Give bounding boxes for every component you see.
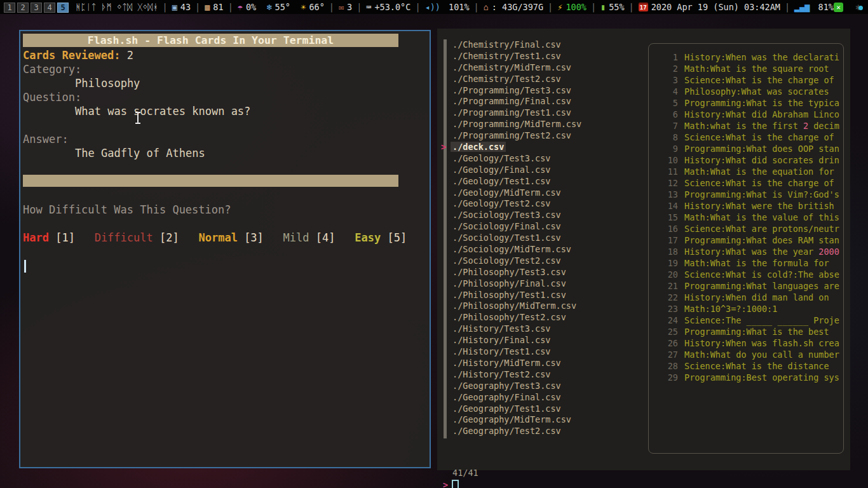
preview-line-number: 12 <box>649 177 678 189</box>
file-path: ./deck.csv <box>451 142 506 152</box>
file-item[interactable]: ./Philosophy/Test2.csv <box>437 312 647 323</box>
keyboard-layout-runes-text: ᚻᛈᛁᛏ ᚦᛗ ᛜᛏᛞ ᚷᛜᛞᚼ <box>76 2 158 12</box>
preview-line-text: History:When was flash.sh crea <box>684 338 839 348</box>
file-item[interactable]: ./Philosophy/Test1.csv <box>437 290 647 301</box>
workspace-3[interactable]: 3 <box>31 3 42 13</box>
preview-line: 19Math:What is the formula for <box>649 257 843 269</box>
file-path: ./Chemistry/Test1.csv <box>452 51 561 61</box>
home-icon: ⌂ <box>484 2 489 12</box>
file-item[interactable]: ./Programming/MidTerm.csv <box>437 119 647 130</box>
file-path: ./Programming/Test2.csv <box>452 130 571 140</box>
file-item[interactable]: ./Programming/Test2.csv <box>437 130 647 142</box>
cpu-temp: ⌨+53.0°C <box>366 2 410 12</box>
preview-line: 24Science:The _____ ______ Proje <box>649 315 843 326</box>
file-item[interactable]: ./Chemistry/Test1.csv <box>437 51 647 62</box>
preview-line: 11Math:What is the equation for <box>649 166 843 177</box>
preview-line: 6History:What did Abraham Linco <box>649 109 843 120</box>
file-item[interactable]: ./History/Test1.csv <box>437 346 647 358</box>
file-item[interactable]: ./History/Test3.csv <box>437 323 647 335</box>
separator: | <box>329 2 334 12</box>
preview-line-text: Math:What is the square root <box>684 64 829 74</box>
file-item[interactable]: ./Sociology/Final.csv <box>437 221 647 233</box>
file-item[interactable]: ./Geology/Test1.csv <box>437 176 647 187</box>
file-item[interactable]: ./Geology/Test3.csv <box>437 153 647 165</box>
workspace-4[interactable]: 4 <box>44 3 55 13</box>
speaker-icon: ◂)) <box>425 2 440 12</box>
mailbox-icon: ✉ <box>339 2 344 12</box>
difficulty-mild[interactable]: Mild <box>283 231 309 244</box>
topbar: 12345 ᚻᛈᛁᛏ ᚦᛗ ᛜᛏᛞ ᚷᛜᛞᚼ|▣43|▩81|☂0% ❄55° … <box>0 0 868 14</box>
preview-line-text: Programming:What is the best <box>684 327 829 337</box>
file-item[interactable]: >./deck.csv <box>437 142 647 153</box>
window-count-text: 43 <box>180 2 191 12</box>
file-item[interactable]: ./Programming/Test1.csv <box>437 107 647 119</box>
preview-highlight-number: 2000 <box>818 247 839 257</box>
blank-row <box>23 217 430 231</box>
separator: | <box>195 2 200 12</box>
difficulty-easy[interactable]: Easy <box>355 231 381 244</box>
file-item[interactable]: ./Programming/Final.csv <box>437 96 647 107</box>
file-item[interactable]: ./Sociology/Test2.csv <box>437 255 647 267</box>
file-item[interactable]: ./Geology/Final.csv <box>437 165 647 176</box>
file-item[interactable]: ./History/Final.csv <box>437 335 647 346</box>
preview-line-text: Programming:What languages are <box>684 281 839 291</box>
preview-line: 21Programming:What languages are <box>649 280 843 292</box>
file-item[interactable]: ./Geography/MidTerm.csv <box>437 414 647 426</box>
file-path: ./Sociology/Final.csv <box>452 221 561 231</box>
difficulty-normal[interactable]: Normal <box>198 231 237 244</box>
workspace-1[interactable]: 1 <box>4 3 15 13</box>
file-item[interactable]: ./Chemistry/Test2.csv <box>437 74 647 85</box>
workspace-2[interactable]: 2 <box>17 3 29 13</box>
file-item[interactable]: ./Philosophy/Test3.csv <box>437 267 647 278</box>
file-item[interactable]: ./Philosophy/Final.csv <box>437 278 647 290</box>
preview-line-number: 4 <box>649 86 678 97</box>
file-path: ./Programming/Final.csv <box>452 96 571 106</box>
separator: | <box>356 2 362 12</box>
weather: ☂0% ❄55° ☀66° <box>238 2 325 12</box>
file-item[interactable]: ./Geology/MidTerm.csv <box>437 187 647 199</box>
file-path: ./History/Final.csv <box>452 335 550 345</box>
preview-line: 2Math:What is the square root <box>649 63 843 74</box>
file-item[interactable]: ./Chemistry/Final.csv <box>437 39 647 51</box>
package-count: ▩81 <box>205 2 223 12</box>
file-item[interactable]: ./Geography/Final.csv <box>437 392 647 403</box>
file-path: ./Sociology/Test2.csv <box>452 255 561 266</box>
file-item[interactable]: ./Geography/Test2.csv <box>437 426 647 437</box>
file-item[interactable]: ./Sociology/Test3.csv <box>437 210 647 221</box>
fzf-prompt-row[interactable]: > <box>443 478 459 488</box>
file-path: ./Philosophy/Final.csv <box>452 278 566 288</box>
status-x[interactable]: ✕ <box>834 3 846 12</box>
mail-count: ✉3 <box>339 2 352 12</box>
workspace-switcher: 12345 <box>4 2 71 13</box>
package-icon: ▩ <box>205 2 210 12</box>
fzf-prompt: > <box>443 480 448 488</box>
difficulty-difficult[interactable]: Difficult <box>95 231 153 244</box>
file-item[interactable]: ./Geography/Test1.csv <box>437 403 647 415</box>
file-path: ./Chemistry/MidTerm.csv <box>452 62 571 72</box>
weather-text <box>290 2 301 12</box>
cards-reviewed-label: Cards Reviewed: <box>23 49 121 62</box>
file-item[interactable]: ./Chemistry/MidTerm.csv <box>437 62 647 74</box>
file-path: ./Geography/Final.csv <box>452 392 561 402</box>
weather-text: 66° <box>309 2 324 12</box>
tray[interactable]: ✱ <box>846 1 864 13</box>
separator: | <box>629 2 634 12</box>
file-item[interactable]: ./Programming/Test3.csv <box>437 85 647 97</box>
difficulty-hard[interactable]: Hard <box>23 231 49 244</box>
file-item[interactable]: ./Geography/Test3.csv <box>437 381 647 392</box>
file-item[interactable]: ./History/MidTerm.csv <box>437 358 647 369</box>
preview-line: 15Math:What is the value of this <box>649 212 843 223</box>
file-item[interactable]: ./Sociology/Test1.csv <box>437 233 647 244</box>
file-path: ./Chemistry/Final.csv <box>452 39 561 50</box>
workspace-5[interactable]: 5 <box>57 3 69 13</box>
file-path: ./History/Test2.csv <box>452 369 550 379</box>
blank-row <box>23 189 430 203</box>
file-item[interactable]: ./Sociology/MidTerm.csv <box>437 244 647 255</box>
file-item[interactable]: ./History/Test2.csv <box>437 369 647 381</box>
answer-label: Answer: <box>23 132 430 146</box>
file-item[interactable]: ./Geology/Test2.csv <box>437 198 647 210</box>
fzf-cursor <box>452 480 459 488</box>
preview-line-text: Math:10^3=?:1000:1 <box>684 304 777 314</box>
preview-line-text: History:What were the british <box>684 201 834 211</box>
file-item[interactable]: ./Philosophy/MidTerm.csv <box>437 301 647 312</box>
